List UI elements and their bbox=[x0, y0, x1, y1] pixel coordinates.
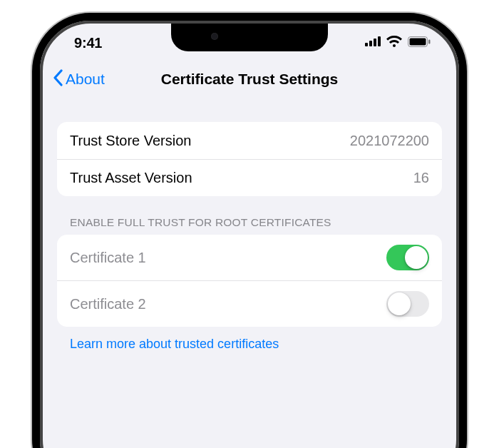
page-title: Certificate Trust Settings bbox=[161, 71, 339, 88]
row-value: 16 bbox=[413, 170, 429, 186]
row-label: Trust Store Version bbox=[70, 133, 191, 149]
certificate-label: Certificate 2 bbox=[70, 296, 146, 312]
svg-rect-5 bbox=[410, 38, 426, 45]
learn-more-link[interactable]: Learn more about trusted certificates bbox=[57, 327, 442, 352]
back-button[interactable]: About bbox=[53, 69, 105, 90]
version-group: Trust Store Version 2021072200 Trust Ass… bbox=[57, 122, 442, 196]
certificates-group: Certificate 1 Certificate 2 bbox=[57, 235, 442, 327]
trust-asset-version-row: Trust Asset Version 16 bbox=[57, 159, 442, 196]
certificate-row: Certificate 1 bbox=[57, 235, 442, 280]
wifi-icon bbox=[386, 36, 402, 50]
notch bbox=[171, 23, 328, 51]
status-icons bbox=[365, 36, 431, 50]
section-header: ENABLE FULL TRUST FOR ROOT CERTIFICATES bbox=[57, 196, 442, 235]
svg-rect-6 bbox=[428, 39, 431, 44]
certificate-row: Certificate 2 bbox=[57, 280, 442, 327]
row-value: 2021072200 bbox=[350, 133, 429, 149]
svg-rect-0 bbox=[365, 43, 368, 46]
cellular-icon bbox=[365, 36, 381, 49]
certificate-toggle[interactable] bbox=[386, 291, 429, 317]
svg-rect-2 bbox=[374, 39, 376, 46]
battery-icon bbox=[408, 36, 431, 50]
back-label: About bbox=[66, 71, 105, 88]
nav-bar: About Certificate Trust Settings bbox=[43, 62, 456, 96]
certificate-label: Certificate 1 bbox=[70, 250, 146, 266]
chevron-left-icon bbox=[53, 69, 63, 90]
row-label: Trust Asset Version bbox=[70, 170, 192, 186]
svg-rect-3 bbox=[378, 36, 381, 46]
side-button bbox=[459, 199, 463, 278]
phone-frame: 9:41 About Certificate Trust Se bbox=[32, 13, 467, 448]
certificate-toggle[interactable] bbox=[386, 245, 429, 270]
svg-rect-1 bbox=[369, 41, 372, 46]
trust-store-version-row: Trust Store Version 2021072200 bbox=[57, 122, 442, 159]
status-time: 9:41 bbox=[74, 35, 102, 51]
